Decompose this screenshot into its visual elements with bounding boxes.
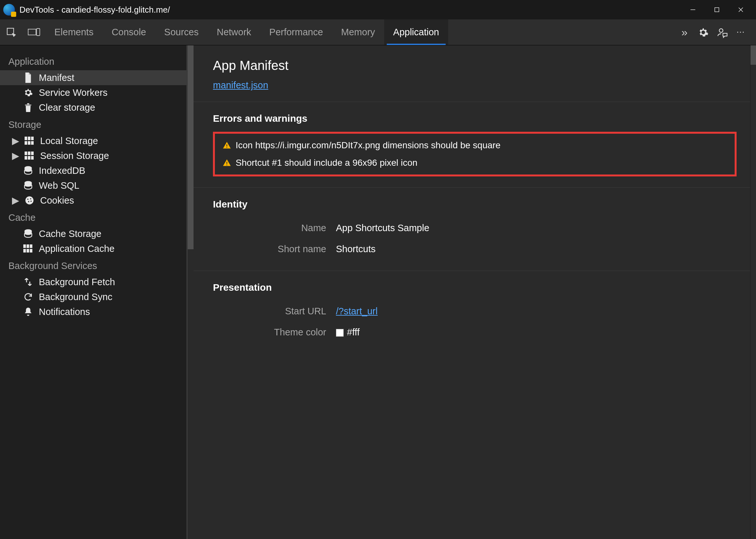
svg-rect-16 <box>31 151 34 155</box>
sidebar-item-indexeddb[interactable]: IndexedDB <box>0 163 186 178</box>
sidebar-scrollbar[interactable] <box>188 45 193 539</box>
svg-rect-33 <box>30 249 33 253</box>
tab-application[interactable]: Application <box>384 20 448 45</box>
presentation-heading: Presentation <box>213 282 736 293</box>
sidebar-item-label: Background Sync <box>39 292 112 302</box>
warning-icon <box>223 141 231 150</box>
sidebar-item-clear-storage[interactable]: Clear storage <box>0 100 186 115</box>
identity-shortname-value: Shortcuts <box>336 244 376 255</box>
tab-console[interactable]: Console <box>103 20 155 45</box>
presentation-starturl-row: Start URL /?start_url <box>213 301 736 322</box>
start-url-label: Start URL <box>213 306 336 317</box>
tab-elements[interactable]: Elements <box>45 20 103 45</box>
presentation-themecolor-row: Theme color #fff <box>213 322 736 343</box>
sync-icon <box>23 291 34 302</box>
panel-heading: App Manifest <box>213 58 736 73</box>
grid-icon <box>24 150 35 161</box>
errors-heading: Errors and warnings <box>213 113 736 124</box>
sidebar-section-background-services: Background Services <box>0 256 186 274</box>
grid-icon <box>24 135 35 146</box>
sidebar-section-application: Application <box>0 52 186 70</box>
tab-performance[interactable]: Performance <box>260 20 332 45</box>
more-menu-icon[interactable]: ⋯ <box>735 27 746 38</box>
svg-rect-30 <box>30 244 33 248</box>
svg-rect-31 <box>23 249 26 253</box>
chevron-right-icon[interactable]: ▶ <box>12 135 19 146</box>
start-url-link[interactable]: /?start_url <box>336 306 378 316</box>
manifest-panel: App Manifest manifest.json Errors and wa… <box>193 45 756 539</box>
grid-icon <box>23 243 34 254</box>
sidebar-item-application-cache[interactable]: Application Cache <box>0 241 186 256</box>
warning-icon <box>223 159 231 167</box>
warning-text: Icon https://i.imgur.com/n5DIt7x.png dim… <box>236 140 501 151</box>
theme-color-value: #fff <box>347 327 360 337</box>
warning-row: Shortcut #1 should include a 96x96 pixel… <box>223 158 727 168</box>
svg-rect-32 <box>27 249 29 253</box>
scrollbar-thumb[interactable] <box>750 45 756 65</box>
trash-icon <box>23 102 34 113</box>
file-icon <box>23 72 34 83</box>
svg-point-23 <box>27 198 29 200</box>
more-tabs-button[interactable]: » <box>679 27 690 38</box>
sidebar-item-cache-storage[interactable]: Cache Storage <box>0 226 186 241</box>
chevron-right-icon[interactable]: ▶ <box>12 195 19 206</box>
maximize-button[interactable] <box>705 0 729 20</box>
svg-point-24 <box>30 198 32 199</box>
devtools-tabbar: Elements Console Sources Network Perform… <box>0 20 756 45</box>
database-icon <box>23 228 34 239</box>
sidebar-item-service-workers[interactable]: Service Workers <box>0 85 186 100</box>
titlebar: DevTools - candied-flossy-fold.glitch.me… <box>0 0 756 20</box>
sidebar-item-background-sync[interactable]: Background Sync <box>0 289 186 304</box>
sidebar-item-label: Notifications <box>39 307 90 317</box>
identity-shortname-row: Short name Shortcuts <box>213 239 736 260</box>
identity-heading: Identity <box>213 199 736 210</box>
sidebar-item-label: Service Workers <box>39 87 107 98</box>
sidebar-item-session-storage[interactable]: ▶ Session Storage <box>0 148 186 163</box>
sidebar-item-websql[interactable]: Web SQL <box>0 178 186 193</box>
manifest-link[interactable]: manifest.json <box>213 80 268 90</box>
tab-memory[interactable]: Memory <box>332 20 384 45</box>
minimize-button[interactable] <box>681 0 705 20</box>
database-icon <box>23 165 34 176</box>
inspect-element-icon[interactable] <box>0 20 23 45</box>
sidebar-item-label: Web SQL <box>39 180 79 191</box>
devtools-window: DevTools - candied-flossy-fold.glitch.me… <box>0 0 756 539</box>
svg-rect-18 <box>28 156 31 160</box>
main-scrollbar[interactable] <box>750 45 756 539</box>
svg-rect-10 <box>31 137 34 140</box>
sidebar-item-manifest[interactable]: Manifest <box>0 70 186 85</box>
sidebar-item-local-storage[interactable]: ▶ Local Storage <box>0 133 186 148</box>
svg-rect-29 <box>27 244 29 248</box>
theme-color-swatch <box>336 329 344 337</box>
svg-rect-36 <box>227 162 227 164</box>
close-button[interactable] <box>729 0 753 20</box>
svg-rect-12 <box>28 141 31 145</box>
tab-network[interactable]: Network <box>208 20 260 45</box>
svg-point-22 <box>26 196 34 204</box>
settings-gear-icon[interactable] <box>698 27 709 38</box>
tab-strip: Elements Console Sources Network Perform… <box>45 20 669 45</box>
sidebar-item-label: Session Storage <box>40 151 109 161</box>
tab-sources[interactable]: Sources <box>155 20 207 45</box>
sidebar-section-cache: Cache <box>0 208 186 226</box>
svg-rect-1 <box>715 8 719 12</box>
warning-text: Shortcut #1 should include a 96x96 pixel… <box>236 158 418 168</box>
theme-color-label: Theme color <box>213 327 336 338</box>
svg-rect-35 <box>227 147 227 148</box>
sidebar-item-notifications[interactable]: Notifications <box>0 304 186 319</box>
svg-point-7 <box>720 29 723 32</box>
chevron-right-icon[interactable]: ▶ <box>12 150 19 161</box>
svg-rect-28 <box>23 244 26 248</box>
database-icon <box>23 180 34 191</box>
svg-rect-6 <box>36 29 40 36</box>
sidebar-item-label: Local Storage <box>40 136 98 146</box>
scrollbar-thumb[interactable] <box>188 45 193 249</box>
bell-icon <box>23 306 34 317</box>
sidebar-item-background-fetch[interactable]: Background Fetch <box>0 274 186 289</box>
svg-rect-14 <box>25 151 27 155</box>
svg-rect-5 <box>28 29 36 35</box>
feedback-icon[interactable] <box>717 27 727 38</box>
device-toolbar-icon[interactable] <box>23 20 45 45</box>
svg-rect-17 <box>25 156 27 160</box>
sidebar-item-cookies[interactable]: ▶ Cookies <box>0 193 186 208</box>
